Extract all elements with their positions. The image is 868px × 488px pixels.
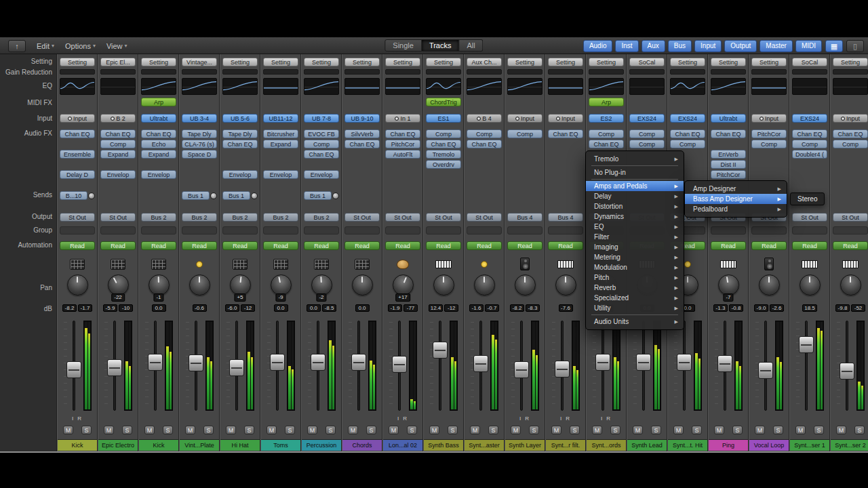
audio-fx-button[interactable]: Dist II [711, 160, 746, 169]
setting-button[interactable]: SoCal [792, 58, 827, 66]
audio-fx-button[interactable]: Envelop [222, 170, 258, 179]
mute-button[interactable]: M [795, 426, 806, 434]
mute-button[interactable]: M [511, 426, 521, 434]
track-icon[interactable] [831, 256, 868, 272]
setting-button[interactable]: Setting [507, 58, 542, 66]
audio-fx-button[interactable]: Envelop [100, 170, 136, 179]
midi-fx-slot[interactable]: ChordTrig [426, 98, 461, 106]
solo-button[interactable]: S [326, 426, 336, 434]
setting-button[interactable]: Aux Ch... [467, 58, 502, 66]
group-slot[interactable] [222, 226, 258, 235]
track-name[interactable]: Synt...aster [465, 439, 504, 451]
audio-fx-button[interactable]: Comp [100, 140, 136, 148]
eq-thumbnail[interactable] [222, 78, 258, 95]
solo-button[interactable]: S [773, 426, 783, 434]
automation-mode-button[interactable]: Read [833, 241, 868, 250]
eq-thumbnail[interactable] [182, 78, 217, 95]
track-name[interactable]: Chords [342, 439, 382, 451]
output-button[interactable]: St Out [385, 213, 420, 222]
input-slot[interactable]: Ultrabt [711, 114, 746, 123]
input-slot[interactable]: ES2 [589, 114, 624, 123]
output-button[interactable]: Bus 2 [304, 213, 339, 222]
audio-fx-button[interactable]: Comp [304, 140, 339, 148]
mute-button[interactable]: M [836, 426, 846, 434]
eq-thumbnail[interactable] [589, 78, 624, 95]
solo-button[interactable]: S [448, 426, 458, 434]
audio-fx-button[interactable]: Chan EQ [589, 140, 624, 148]
group-slot[interactable] [60, 226, 95, 235]
automation-mode-button[interactable]: Read [751, 241, 787, 250]
solo-button[interactable]: S [854, 426, 865, 434]
audio-fx-button[interactable]: Expand [141, 150, 176, 159]
mute-button[interactable]: M [592, 426, 602, 434]
automation-mode-button[interactable]: Read [141, 241, 176, 250]
mute-button[interactable]: M [185, 426, 195, 434]
track-icon[interactable] [383, 256, 422, 272]
setting-button[interactable]: Setting [751, 58, 787, 66]
solo-button[interactable]: S [610, 426, 620, 434]
track-name[interactable]: Synt...ser 2 [831, 439, 868, 451]
setting-button[interactable]: Setting [263, 58, 298, 66]
input-slot[interactable]: Input [548, 114, 583, 123]
automation-mode-button[interactable]: Read [60, 241, 95, 250]
fader-handle[interactable] [107, 359, 122, 376]
solo-button[interactable]: S [814, 426, 824, 434]
pan-knob[interactable] [271, 274, 292, 296]
audio-fx-button[interactable]: Chan EQ [100, 129, 136, 138]
audio-fx-button[interactable]: SilvVerb [344, 129, 380, 138]
setting-button[interactable]: Setting [385, 58, 420, 66]
pan-knob[interactable] [515, 274, 536, 296]
fader-handle[interactable] [758, 362, 773, 379]
pan-knob[interactable] [311, 274, 332, 296]
pan-knob[interactable] [352, 274, 373, 296]
input-slot[interactable]: UB 3-4 [182, 114, 217, 123]
send-button[interactable]: Bus 1 [222, 191, 250, 200]
audio-fx-button[interactable]: PitchCor [751, 129, 787, 138]
mute-button[interactable]: M [755, 426, 765, 434]
input-slot[interactable]: Input [60, 114, 95, 123]
audio-fx-button[interactable]: Chan EQ [548, 129, 583, 138]
eq-thumbnail[interactable] [60, 78, 95, 95]
input-slot[interactable]: UB 7-8 [304, 114, 339, 123]
pan-knob[interactable] [840, 274, 861, 296]
solo-button[interactable]: S [163, 426, 173, 434]
audio-fx-button[interactable]: Echo [141, 140, 176, 148]
fader-handle[interactable] [433, 342, 448, 359]
track-name[interactable]: Synt...ords [587, 439, 626, 451]
track-icon[interactable] [98, 256, 138, 272]
track-icon[interactable] [220, 256, 260, 272]
automation-mode-button[interactable]: Read [507, 241, 542, 250]
options-menu[interactable]: Options ▾ [65, 42, 96, 50]
eq-thumbnail[interactable] [385, 78, 420, 95]
solo-button[interactable]: S [692, 426, 702, 434]
audio-fx-button[interactable]: Envelop [141, 170, 176, 179]
output-button[interactable]: Bus 4 [548, 213, 583, 222]
track-icon[interactable] [58, 256, 97, 272]
pan-knob[interactable] [149, 274, 170, 296]
track-icon[interactable] [139, 256, 178, 272]
output-button[interactable]: Bus 4 [507, 213, 542, 222]
audio-fx-button[interactable]: Chan EQ [385, 129, 420, 138]
input-slot[interactable]: EXS24 [792, 114, 827, 123]
audio-fx-button[interactable]: PitchCor [385, 140, 420, 148]
track-name[interactable]: Lon...al 02 [383, 439, 422, 451]
group-slot[interactable] [100, 226, 136, 235]
track-name[interactable]: Kick [139, 439, 178, 451]
menu-item-tremolo[interactable]: Tremolo▶ [586, 154, 684, 164]
fader-handle[interactable] [555, 361, 570, 378]
solo-button[interactable]: S [203, 426, 214, 434]
mute-button[interactable]: M [673, 426, 684, 434]
automation-mode-button[interactable]: Read [385, 241, 420, 250]
send-level-knob[interactable] [210, 192, 217, 199]
group-slot[interactable] [792, 226, 827, 235]
audio-fx-button[interactable]: Tremolo [426, 150, 461, 159]
automation-mode-button[interactable]: Read [792, 241, 827, 250]
audio-fx-button[interactable]: Comp [467, 129, 502, 138]
audio-fx-button[interactable]: Comp [792, 140, 827, 148]
fader-handle[interactable] [311, 354, 326, 371]
audio-fx-button[interactable]: Expand [100, 150, 136, 159]
view-menu[interactable]: View ▾ [106, 42, 127, 50]
output-button[interactable]: Bus 2 [182, 213, 217, 222]
mute-button[interactable]: M [389, 426, 399, 434]
track-name[interactable]: Ping [709, 439, 748, 451]
